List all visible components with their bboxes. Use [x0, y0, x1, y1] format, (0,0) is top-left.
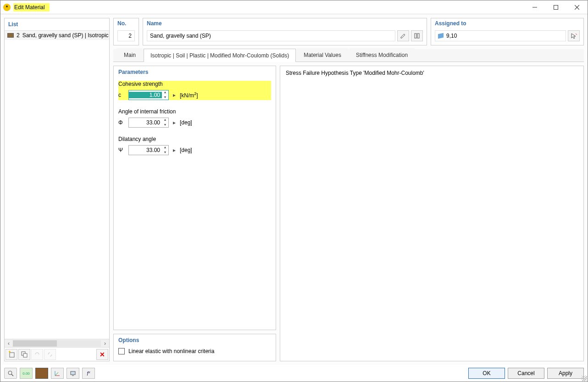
new-icon — [8, 351, 15, 358]
units-button[interactable]: 0.00 — [20, 368, 33, 379]
tab-material-values[interactable]: Material Values — [297, 48, 348, 62]
scroll-right-arrow[interactable]: › — [101, 340, 109, 347]
apply-button[interactable]: Apply — [547, 368, 584, 379]
parameters-panel: Parameters Cohesive strength c 1.00 ▲▼ — [113, 66, 276, 330]
resize-grip[interactable] — [582, 376, 587, 381]
svg-rect-8 — [417, 34, 419, 38]
material-list-panel: List 2 Sand, gravelly sand (SP) | Isotro… — [4, 18, 110, 361]
tab-isotropic[interactable]: Isotropic | Soil | Plastic | Modified Mo… — [144, 49, 296, 62]
cohesive-label: Cohesive strength — [118, 81, 271, 87]
friction-label: Angle of internal friction — [118, 108, 271, 115]
maximize-icon — [554, 5, 558, 10]
assigned-group: Assigned to 9,10 — [431, 18, 584, 45]
scroll-left-arrow[interactable]: ‹ — [5, 340, 13, 347]
copy-icon — [21, 351, 28, 358]
list-item-text: Sand, gravelly sand (SP) | Isotropic | S — [22, 32, 109, 39]
spin-up-icon[interactable]: ▲ — [162, 145, 168, 150]
help-button[interactable] — [4, 368, 17, 379]
pick-assigned-button[interactable] — [568, 30, 580, 41]
assigned-input[interactable]: 9,10 — [435, 30, 566, 41]
number-label: No. — [114, 18, 139, 28]
svg-rect-1 — [554, 5, 558, 9]
color-button[interactable] — [35, 368, 48, 379]
parameters-title: Parameters — [114, 66, 276, 78]
content-area: List 2 Sand, gravelly sand (SP) | Isotro… — [0, 14, 588, 365]
spin-down-icon[interactable]: ▼ — [162, 123, 168, 128]
tab-main[interactable]: Main — [117, 48, 143, 62]
close-icon — [575, 5, 579, 10]
spin-up-icon[interactable]: ▲ — [162, 90, 168, 95]
minimize-icon — [533, 5, 537, 10]
delete-item-button[interactable]: ✕ — [96, 349, 108, 360]
name-group: Name — [143, 18, 427, 45]
dilatancy-unit: [deg] — [180, 147, 192, 153]
list-item[interactable]: 2 Sand, gravelly sand (SP) | Isotropic |… — [5, 31, 109, 40]
window-title: Edit Material — [13, 3, 50, 11]
cancel-button[interactable]: Cancel — [508, 368, 544, 379]
library-button[interactable] — [411, 30, 423, 41]
new-item-button[interactable] — [6, 349, 17, 360]
list-header: List — [5, 18, 109, 31]
cohesive-spinner[interactable]: ▲▼ — [162, 90, 168, 100]
maximize-button[interactable] — [545, 0, 566, 14]
material-color-swatch — [7, 33, 14, 38]
copy-item-button[interactable] — [18, 349, 30, 360]
list-horizontal-scrollbar[interactable]: ‹ › — [5, 339, 109, 347]
svg-point-10 — [8, 371, 12, 375]
axis-icon — [54, 370, 61, 376]
tab-stiffness-modification[interactable]: Stiffness Modification — [349, 48, 415, 62]
dilatancy-menu-button[interactable]: ▸ — [172, 147, 177, 153]
delete-icon: ✕ — [100, 351, 105, 358]
function-icon: fx — [87, 370, 90, 377]
spin-down-icon[interactable]: ▼ — [162, 95, 168, 100]
name-label: Name — [143, 18, 427, 28]
cohesive-input[interactable]: 1.00 ▲▼ — [128, 90, 169, 100]
info-text: Stress Failure Hypothesis Type 'Modified… — [286, 70, 578, 76]
dialog-footer: 0.00 fx OK Cancel Apply — [0, 365, 588, 382]
svg-rect-7 — [415, 34, 416, 38]
titlebar: Edit Material — [0, 0, 588, 14]
app-icon — [3, 4, 11, 11]
friction-menu-button[interactable]: ▸ — [172, 119, 177, 126]
list-item-number: 2 — [17, 32, 20, 39]
cohesive-menu-button[interactable]: ▸ — [172, 92, 177, 98]
magnifier-icon — [7, 370, 14, 376]
name-input[interactable] — [147, 30, 395, 41]
function-button[interactable]: fx — [82, 368, 95, 379]
edit-name-button[interactable] — [397, 30, 409, 41]
svg-rect-4 — [10, 353, 14, 357]
spin-down-icon[interactable]: ▼ — [162, 150, 168, 155]
ok-button[interactable]: OK — [468, 368, 505, 379]
friction-input[interactable]: 33.00 ▲▼ — [128, 118, 169, 128]
units-icon: 0.00 — [22, 371, 30, 376]
options-title: Options — [114, 334, 276, 346]
friction-spinner[interactable]: ▲▼ — [162, 118, 168, 128]
pencil-icon — [400, 33, 406, 39]
close-button[interactable] — [566, 0, 588, 14]
spin-up-icon[interactable]: ▲ — [162, 118, 168, 123]
detail-area: No. Name — [113, 18, 584, 361]
tab-body: Parameters Cohesive strength c 1.00 ▲▼ — [113, 66, 584, 361]
view-button[interactable] — [67, 368, 79, 379]
svg-line-9 — [576, 34, 577, 35]
friction-symbol: Φ — [118, 119, 126, 126]
scroll-track[interactable] — [13, 340, 101, 347]
cohesive-unit: [kN/m2] — [180, 91, 198, 99]
options-panel: Options Linear elastic with nonlinear cr… — [113, 334, 276, 361]
cursor-pick-icon — [571, 33, 577, 39]
dilatancy-input[interactable]: 33.00 ▲▼ — [128, 145, 169, 155]
minimize-button[interactable] — [524, 0, 545, 14]
book-icon — [414, 33, 420, 39]
top-fields-row: No. Name — [113, 18, 584, 45]
toolbar-button-3 — [31, 349, 43, 360]
param-dilatancy-angle: Dilatancy angle Ψ 33.00 ▲▼ ▸ [deg] — [118, 136, 271, 155]
axis-button[interactable] — [51, 368, 64, 379]
linear-elastic-checkbox[interactable] — [118, 348, 125, 354]
material-list[interactable]: 2 Sand, gravelly sand (SP) | Isotropic |… — [5, 31, 109, 339]
parameters-column: Parameters Cohesive strength c 1.00 ▲▼ — [113, 66, 276, 361]
dilatancy-spinner[interactable]: ▲▼ — [162, 145, 168, 155]
dilatancy-label: Dilatancy angle — [118, 136, 271, 142]
list-toolbar: ✕ — [5, 347, 109, 361]
scroll-thumb[interactable] — [13, 340, 57, 347]
number-input[interactable] — [117, 30, 135, 41]
